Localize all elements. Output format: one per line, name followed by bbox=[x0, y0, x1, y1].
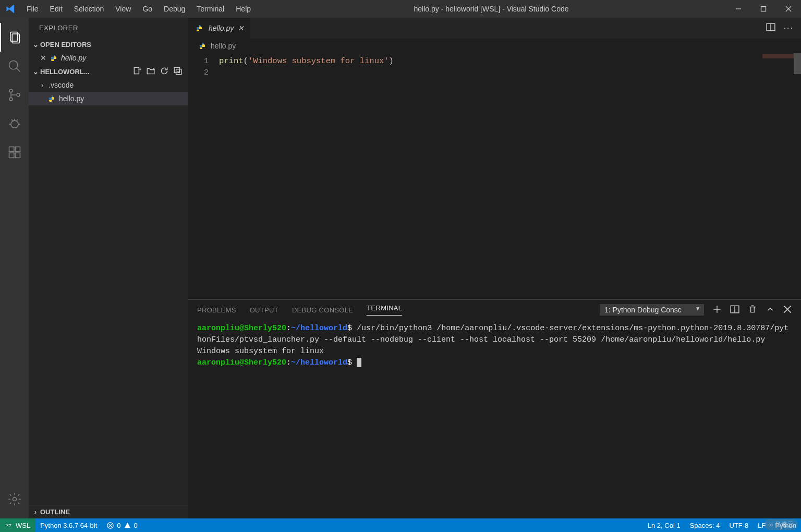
svg-rect-17 bbox=[9, 147, 14, 151]
remote-label: WSL bbox=[16, 522, 30, 529]
workspace-label: HELLOWORL... bbox=[40, 68, 90, 76]
svg-point-10 bbox=[17, 93, 20, 96]
svg-rect-20 bbox=[15, 147, 20, 151]
panel-tab-terminal[interactable]: TERMINAL bbox=[367, 304, 402, 316]
tab-hello-py[interactable]: hello.py ✕ bbox=[188, 18, 251, 39]
new-file-icon[interactable] bbox=[132, 66, 142, 77]
maximize-panel-icon[interactable] bbox=[766, 305, 775, 316]
status-python[interactable]: Python 3.6.7 64-bit bbox=[35, 518, 102, 532]
editor-area: hello.py ✕ ··· hello.py 1 2 print('Windo… bbox=[188, 18, 801, 518]
sidebar-title: EXPLORER bbox=[29, 18, 188, 38]
panel-tab-debug-console[interactable]: DEBUG CONSOLE bbox=[292, 306, 353, 314]
tree-file-hello[interactable]: hello.py bbox=[29, 92, 188, 105]
python-file-icon bbox=[46, 94, 57, 103]
kill-terminal-icon[interactable] bbox=[748, 305, 757, 316]
chevron-down-icon: ⌄ bbox=[31, 41, 40, 49]
folder-name: .vscode bbox=[48, 81, 74, 89]
python-file-icon bbox=[194, 24, 204, 32]
chevron-right-icon: › bbox=[38, 81, 46, 89]
collapse-all-icon[interactable] bbox=[173, 66, 183, 77]
tab-label: hello.py bbox=[209, 24, 234, 32]
svg-rect-1 bbox=[761, 7, 766, 11]
breadcrumb-item: hello.py bbox=[211, 42, 236, 50]
code-body[interactable]: print('Windows subsystem for linux') bbox=[219, 53, 801, 299]
svg-point-8 bbox=[9, 89, 13, 92]
panel-tabs: PROBLEMS OUTPUT DEBUG CONSOLE TERMINAL 1… bbox=[188, 300, 801, 320]
panel-tab-problems[interactable]: PROBLEMS bbox=[197, 306, 236, 314]
open-editor-item[interactable]: ✕ hello.py bbox=[29, 51, 188, 65]
split-terminal-icon[interactable] bbox=[730, 305, 739, 316]
svg-line-15 bbox=[11, 119, 13, 121]
activity-debug[interactable] bbox=[0, 109, 29, 138]
window-title: hello.py - helloworld [WSL] - Visual Stu… bbox=[257, 5, 726, 13]
statusbar: WSL Python 3.6.7 64-bit 0 0 Ln 2, Col 1 … bbox=[0, 518, 801, 532]
window-controls bbox=[726, 0, 801, 18]
status-problems[interactable]: 0 0 bbox=[102, 518, 142, 532]
menu-edit[interactable]: Edit bbox=[44, 0, 68, 18]
svg-rect-22 bbox=[134, 67, 139, 74]
open-editors-header[interactable]: ⌄ OPEN EDITORS bbox=[29, 38, 188, 51]
maximize-button[interactable] bbox=[751, 0, 776, 18]
status-remote[interactable]: WSL bbox=[0, 518, 35, 532]
menu-view[interactable]: View bbox=[110, 0, 137, 18]
editor-content[interactable]: 1 2 print('Windows subsystem for linux') bbox=[188, 53, 801, 299]
svg-point-21 bbox=[13, 497, 16, 501]
new-terminal-icon[interactable] bbox=[712, 305, 722, 316]
panel-tab-output[interactable]: OUTPUT bbox=[250, 306, 278, 314]
menu-selection[interactable]: Selection bbox=[68, 0, 110, 18]
status-cursor[interactable]: Ln 2, Col 1 bbox=[643, 522, 685, 529]
refresh-icon[interactable] bbox=[160, 66, 169, 77]
minimize-button[interactable] bbox=[726, 0, 751, 18]
svg-rect-19 bbox=[15, 153, 20, 158]
status-spaces[interactable]: Spaces: 4 bbox=[685, 522, 725, 529]
close-button[interactable] bbox=[776, 0, 801, 18]
menu-terminal[interactable]: Terminal bbox=[191, 0, 230, 18]
sidebar-explorer: EXPLORER ⌄ OPEN EDITORS ✕ hello.py ⌄ HEL… bbox=[29, 18, 188, 518]
activity-search[interactable] bbox=[0, 52, 29, 80]
python-file-icon bbox=[48, 54, 59, 62]
svg-rect-4 bbox=[10, 32, 17, 41]
menu-go[interactable]: Go bbox=[137, 0, 158, 18]
breadcrumb[interactable]: hello.py bbox=[188, 39, 801, 53]
activity-explorer[interactable] bbox=[0, 23, 29, 52]
python-file-icon bbox=[197, 42, 208, 50]
chevron-right-icon: › bbox=[31, 508, 40, 516]
activity-settings[interactable] bbox=[0, 485, 29, 513]
warnings-count: 0 bbox=[134, 522, 138, 529]
workspace-header[interactable]: ⌄ HELLOWORL... bbox=[29, 65, 188, 78]
split-editor-icon[interactable] bbox=[766, 22, 775, 34]
open-editors-label: OPEN EDITORS bbox=[40, 41, 91, 49]
svg-point-6 bbox=[9, 61, 17, 69]
svg-rect-18 bbox=[9, 153, 14, 158]
editor-scrollbar[interactable] bbox=[794, 53, 801, 74]
svg-rect-5 bbox=[12, 34, 19, 43]
more-actions-icon[interactable]: ··· bbox=[784, 23, 794, 33]
editor-tabs: hello.py ✕ ··· bbox=[188, 18, 801, 39]
svg-point-9 bbox=[9, 98, 13, 101]
app-icon bbox=[0, 0, 21, 18]
close-icon[interactable]: ✕ bbox=[38, 54, 48, 62]
activity-bar bbox=[0, 18, 29, 518]
titlebar: File Edit Selection View Go Debug Termin… bbox=[0, 0, 801, 18]
terminal-selector[interactable]: 1: Python Debug Consc bbox=[600, 304, 704, 316]
errors-count: 0 bbox=[117, 522, 120, 529]
menu-debug[interactable]: Debug bbox=[158, 0, 191, 18]
activity-source-control[interactable] bbox=[0, 80, 29, 109]
tree-folder-vscode[interactable]: › .vscode bbox=[29, 78, 188, 92]
open-editor-filename: hello.py bbox=[61, 54, 86, 62]
terminal-cursor bbox=[357, 358, 361, 367]
svg-line-16 bbox=[16, 119, 17, 121]
terminal-content[interactable]: aaronpliu@Sherly520:~/helloworld$ /usr/b… bbox=[188, 320, 801, 518]
menu-file[interactable]: File bbox=[21, 0, 44, 18]
line-number: 2 bbox=[188, 67, 209, 78]
tab-close-icon[interactable]: ✕ bbox=[238, 24, 244, 32]
minimap[interactable] bbox=[762, 54, 794, 58]
status-encoding[interactable]: UTF-8 bbox=[725, 522, 754, 529]
activity-extensions[interactable] bbox=[0, 138, 29, 166]
menu-help[interactable]: Help bbox=[230, 0, 257, 18]
outline-header[interactable]: › OUTLINE bbox=[29, 505, 188, 518]
close-panel-icon[interactable] bbox=[783, 305, 792, 315]
new-folder-icon[interactable] bbox=[146, 66, 155, 77]
line-gutter: 1 2 bbox=[188, 53, 219, 299]
outline-label: OUTLINE bbox=[40, 508, 70, 516]
